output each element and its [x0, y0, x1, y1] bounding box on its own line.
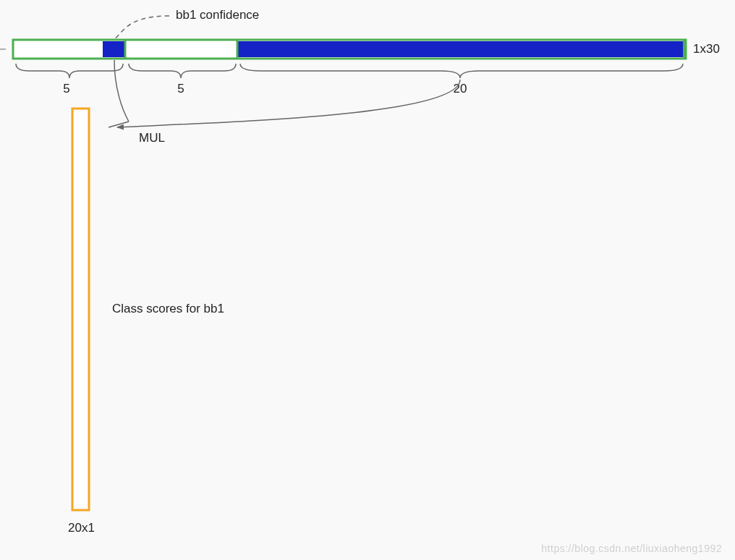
result-vector-20x1 — [72, 109, 89, 510]
brace-second — [129, 64, 236, 78]
brace-first — [16, 64, 123, 78]
vector-1x30 — [13, 40, 686, 59]
class-probs-block — [237, 41, 684, 57]
brace-third — [240, 64, 683, 78]
svg-rect-3 — [683, 40, 686, 59]
arrow-from-confidence — [114, 60, 129, 122]
bb1-confidence-pointer — [114, 16, 169, 40]
mul-label: MUL — [139, 131, 165, 145]
class-scores-label: Class scores for bb1 — [112, 302, 224, 315]
arrow-from-classprobs — [117, 80, 460, 127]
diagram-canvas: 1x30 bb1 confidence 5 5 20 MUL Class sco… — [0, 0, 735, 560]
brace-first-label: 5 — [63, 82, 69, 96]
bb1-confidence-label: bb1 confidence — [176, 8, 259, 22]
result-dim-label: 20x1 — [68, 521, 95, 535]
vector-dim-label: 1x30 — [693, 42, 720, 56]
bb1-confidence-cell — [103, 41, 125, 57]
brace-second-label: 5 — [177, 82, 184, 96]
watermark-text: https://blog.csdn.net/liuxiaoheng1992 — [541, 543, 722, 554]
